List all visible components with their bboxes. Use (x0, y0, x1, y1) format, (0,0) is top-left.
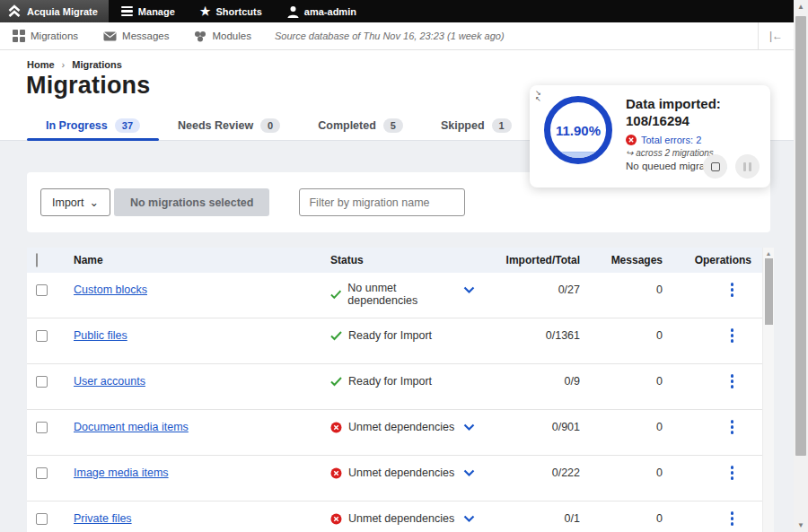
migration-name-link[interactable]: Private files (74, 512, 132, 525)
collapse-left-icon: |← (769, 30, 783, 42)
selection-status-button: No migrations selected (114, 188, 270, 216)
tab-in-progress[interactable]: In Progress 37 (27, 110, 159, 140)
imported-total-value: 0/27 (496, 282, 585, 298)
header-operations: Operations (668, 254, 762, 266)
admin-toolbar: Acquia Migrate Manage ★ Shortcuts ama-ad… (0, 0, 794, 22)
import-status-card: ↘↖ 11.90% Data imported: 108/16294 (530, 85, 770, 188)
stop-icon (711, 162, 720, 171)
tab-label: Skipped (441, 119, 485, 132)
app-window: Acquia Migrate Manage ★ Shortcuts ama-ad… (0, 0, 808, 532)
operations-kebab-icon[interactable] (731, 374, 734, 388)
acquia-logo-icon (7, 4, 22, 18)
operations-kebab-icon[interactable] (731, 328, 734, 343)
progress-circle: 11.90% (544, 96, 612, 164)
expand-row-chevron-icon[interactable] (463, 286, 475, 294)
tab-needs-review[interactable]: Needs Review 0 (159, 110, 299, 140)
status-ok-icon (330, 290, 341, 300)
migration-name-link[interactable]: User accounts (74, 375, 145, 388)
tab-label: In Progress (46, 119, 108, 132)
star-icon: ★ (200, 5, 211, 17)
nav-modules[interactable]: Modules (181, 31, 263, 42)
shortcuts-label: Shortcuts (215, 6, 261, 17)
messages-count: 0 (585, 465, 668, 481)
table-scrollbar-thumb[interactable] (765, 258, 773, 325)
collapse-toolbar-button[interactable]: |← (758, 22, 794, 49)
imported-total-value: 0/9 (496, 373, 585, 389)
breadcrumb-current: Migrations (72, 59, 122, 70)
nav-messages[interactable]: Messages (91, 31, 181, 41)
window-scrollbar-thumb[interactable] (795, 16, 806, 456)
messages-count: 0 (585, 419, 668, 435)
messages-count: 0 (585, 327, 668, 344)
status-error-icon (330, 422, 342, 433)
row-checkbox[interactable] (36, 376, 48, 388)
table-scrollbar[interactable]: ▲ (762, 248, 774, 532)
migration-name-link[interactable]: Public files (74, 329, 127, 342)
operations-kebab-icon[interactable] (731, 511, 734, 526)
secondary-toolbar: Migrations Messages Modules Source datab… (0, 22, 794, 50)
row-checkbox[interactable] (36, 513, 48, 525)
nav-messages-label: Messages (122, 31, 169, 41)
scroll-up-icon[interactable]: ▲ (763, 250, 774, 257)
shortcuts-menu-item[interactable]: ★ Shortcuts (188, 0, 275, 22)
table-row: User accounts Ready for Import 0/9 0 (27, 364, 774, 410)
progress-percent: 11.90% (556, 123, 601, 138)
header-status: Status (330, 254, 463, 266)
tab-completed[interactable]: Completed 5 (299, 110, 422, 140)
operations-kebab-icon[interactable] (731, 466, 734, 480)
tab-count-badge: 37 (115, 118, 140, 133)
tab-count-badge: 1 (492, 118, 512, 133)
header-name: Name (74, 254, 330, 266)
status-label: Ready for Import (348, 329, 432, 342)
pause-import-button[interactable] (735, 154, 760, 179)
operations-kebab-icon[interactable] (731, 283, 734, 297)
migration-name-link[interactable]: Document media items (74, 421, 189, 433)
total-errors-link[interactable]: Total errors: 2 (626, 135, 761, 145)
status-label: Unmet dependencies (348, 421, 454, 433)
nav-modules-label: Modules (212, 31, 250, 41)
source-database-note: Source database of Thu Nov 16, 23:23 (1 … (275, 31, 505, 41)
manage-label: Manage (138, 6, 175, 17)
status-label: Ready for Import (348, 375, 432, 388)
expand-row-chevron-icon[interactable] (463, 469, 475, 477)
breadcrumb-home-link[interactable]: Home (27, 59, 55, 70)
table-body: Custom blocks No unmet dependencies 0/27… (27, 273, 774, 532)
tab-label: Completed (318, 119, 376, 132)
migrations-table: Name Status Imported/Total Messages Oper… (27, 248, 774, 532)
user-menu-item[interactable]: ama-admin (275, 0, 369, 22)
nav-migrations[interactable]: Migrations (0, 30, 91, 42)
scrollbar-down-icon[interactable]: ▼ (794, 521, 808, 529)
operations-kebab-icon[interactable] (731, 420, 734, 434)
imported-total-value: 0/1361 (496, 327, 585, 344)
window-scrollbar[interactable]: ▲ ▼ (794, 0, 808, 532)
row-checkbox[interactable] (36, 467, 48, 479)
manage-menu-item[interactable]: Manage (109, 0, 188, 22)
username-label: ama-admin (304, 6, 356, 17)
import-dropdown-button[interactable]: Import ⌄ (40, 188, 110, 216)
imported-total-value: 0/222 (496, 465, 585, 481)
tab-count-badge: 0 (260, 118, 280, 133)
status-error-icon (330, 513, 342, 525)
scrollbar-up-icon[interactable]: ▲ (794, 3, 808, 11)
data-imported-title: Data imported: 108/16294 (626, 96, 761, 130)
brand-label: Acquia Migrate (27, 6, 98, 17)
table-row: Custom blocks No unmet dependencies 0/27… (27, 273, 774, 318)
migration-name-link[interactable]: Image media items (74, 467, 169, 479)
tab-label: Needs Review (178, 119, 253, 132)
status-error-icon (330, 467, 342, 479)
data-imported-count: 108/16294 (626, 113, 689, 128)
acquia-migrate-brand[interactable]: Acquia Migrate (0, 0, 109, 22)
tab-skipped[interactable]: Skipped 1 (422, 110, 531, 140)
row-checkbox[interactable] (36, 330, 48, 342)
migration-filter-input[interactable] (299, 188, 465, 216)
row-checkbox[interactable] (36, 284, 48, 296)
grid-icon (13, 30, 25, 42)
migration-name-link[interactable]: Custom blocks (74, 283, 147, 296)
page-title: Migrations (26, 72, 151, 100)
user-icon (287, 5, 299, 18)
select-all-checkbox[interactable] (36, 253, 38, 267)
row-checkbox[interactable] (36, 422, 48, 433)
expand-row-chevron-icon[interactable] (463, 515, 475, 523)
expand-row-chevron-icon[interactable] (463, 423, 475, 432)
stop-import-button[interactable] (703, 154, 727, 179)
